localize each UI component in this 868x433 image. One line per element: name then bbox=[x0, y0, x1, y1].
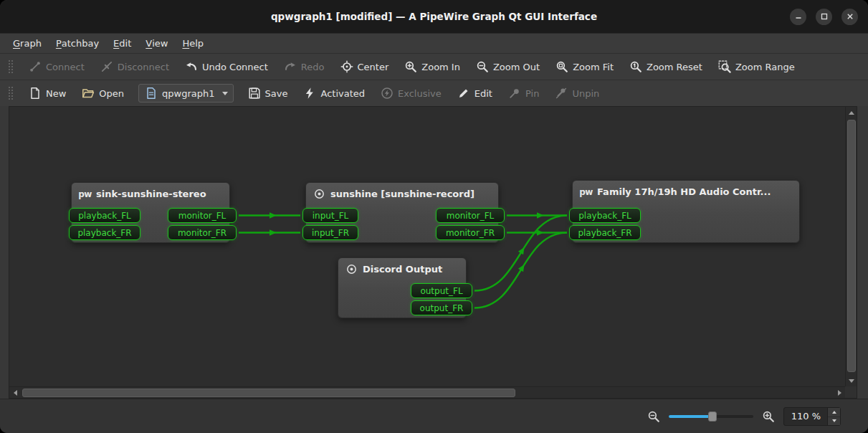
graph-canvas[interactable]: pwsink-sunshine-stereoplayback_FLplaybac… bbox=[9, 106, 857, 399]
disconnect-button[interactable]: Disconnect bbox=[93, 57, 176, 77]
patchbay-select-value: qpwgraph1 bbox=[162, 88, 214, 99]
redo-icon bbox=[284, 60, 297, 73]
zoom-out-button[interactable]: Zoom Out bbox=[469, 57, 547, 77]
pin-button[interactable]: Pin bbox=[501, 83, 546, 103]
pin-icon bbox=[508, 87, 521, 100]
port-sunshine-monitor_FL[interactable]: monitor_FL bbox=[436, 208, 505, 223]
wire-arrow-icon bbox=[518, 246, 527, 254]
titlebar[interactable]: qpwgraph1 [modified] — A PipeWire Graph … bbox=[0, 0, 868, 33]
zoom-range-icon bbox=[718, 60, 731, 73]
zoom-out-icon[interactable] bbox=[647, 410, 660, 423]
port-sink-monitor_FR[interactable]: monitor_FR bbox=[168, 225, 237, 240]
undo-connect-button[interactable]: Undo Connect bbox=[178, 57, 275, 77]
wire-arrow-icon bbox=[518, 263, 527, 272]
toolbar-main: ConnectDisconnectUndo ConnectRedoCenterZ… bbox=[0, 53, 868, 80]
activated-icon bbox=[303, 87, 316, 100]
toolbar-label: Zoom Out bbox=[493, 62, 540, 72]
zoom-in-icon[interactable] bbox=[762, 410, 775, 423]
connection-wires bbox=[9, 107, 845, 386]
toolbar-label: Unpin bbox=[572, 88, 599, 99]
pipewire-icon: pw bbox=[580, 186, 592, 198]
media-node-icon bbox=[313, 188, 325, 200]
zoom-reset-button[interactable]: Zoom Reset bbox=[622, 57, 710, 77]
graph-viewport[interactable]: pwsink-sunshine-stereoplayback_FLplaybac… bbox=[9, 107, 845, 386]
statusbar: 110 % bbox=[0, 399, 868, 433]
scroll-right-icon[interactable] bbox=[834, 387, 845, 399]
menu-view[interactable]: View bbox=[138, 34, 175, 53]
port-sunshine-input_FR[interactable]: input_FR bbox=[302, 225, 358, 240]
toolbar-label: Disconnect bbox=[118, 62, 169, 72]
port-sink-monitor_FL[interactable]: monitor_FL bbox=[168, 208, 237, 223]
connect-button[interactable]: Connect bbox=[22, 57, 92, 77]
open-button[interactable]: Open bbox=[75, 83, 131, 103]
port-sink-playback_FR[interactable]: playback_FR bbox=[69, 225, 140, 240]
menu-graph[interactable]: Graph bbox=[6, 34, 49, 53]
zoom-fit-icon bbox=[555, 60, 568, 73]
port-sink-playback_FL[interactable]: playback_FL bbox=[69, 208, 140, 223]
zoom-fit-button[interactable]: Zoom Fit bbox=[548, 57, 621, 77]
close-button[interactable] bbox=[841, 9, 858, 25]
zoom-range-button[interactable]: Zoom Range bbox=[711, 57, 802, 77]
node-title: Discord Output bbox=[363, 264, 442, 275]
toolbar-file: NewOpenqpwgraph1SaveActivatedExclusiveEd… bbox=[0, 80, 868, 106]
edit-button[interactable]: Edit bbox=[450, 83, 500, 103]
unpin-button[interactable]: Unpin bbox=[548, 83, 606, 103]
port-discord-output_FL[interactable]: output_FL bbox=[411, 283, 472, 298]
exclusive-button[interactable]: Exclusive bbox=[373, 83, 449, 103]
scroll-left-icon[interactable] bbox=[9, 387, 21, 399]
disconnect-icon bbox=[100, 60, 113, 73]
vertical-scrollbar-handle[interactable] bbox=[847, 120, 856, 372]
spin-down-button[interactable] bbox=[828, 417, 840, 425]
wire-discord-output_FR-to-family-playback_FR[interactable] bbox=[474, 233, 567, 308]
scroll-down-icon[interactable] bbox=[846, 375, 857, 386]
center-button[interactable]: Center bbox=[333, 57, 396, 77]
center-icon bbox=[340, 60, 353, 73]
toolbar-label: New bbox=[46, 88, 66, 99]
scroll-up-icon[interactable] bbox=[846, 107, 857, 118]
wire-arrow-icon bbox=[270, 229, 277, 235]
zoom-in-button[interactable]: Zoom In bbox=[397, 57, 467, 77]
toolbar-label: Connect bbox=[46, 62, 85, 72]
port-family-playback_FL[interactable]: playback_FL bbox=[569, 208, 641, 223]
toolbar-drag-handle[interactable] bbox=[8, 86, 14, 100]
menu-edit[interactable]: Edit bbox=[106, 34, 138, 53]
spin-up-button[interactable] bbox=[828, 408, 840, 417]
minimize-button[interactable] bbox=[790, 9, 806, 25]
window-title: qpwgraph1 [modified] — A PipeWire Graph … bbox=[271, 11, 597, 22]
activated-button[interactable]: Activated bbox=[296, 83, 372, 103]
node-header[interactable]: pwsink-sunshine-stereo bbox=[72, 183, 229, 205]
undo-icon bbox=[185, 60, 198, 73]
patchbay-file-icon bbox=[145, 87, 158, 100]
zoom-slider-handle[interactable] bbox=[708, 411, 717, 422]
vertical-scrollbar[interactable] bbox=[845, 107, 857, 386]
port-discord-output_FR[interactable]: output_FR bbox=[411, 300, 472, 315]
port-sunshine-input_FL[interactable]: input_FL bbox=[302, 208, 358, 223]
toolbar-label: Zoom Reset bbox=[647, 62, 702, 72]
maximize-button[interactable] bbox=[816, 9, 832, 25]
toolbar-drag-handle[interactable] bbox=[8, 60, 14, 74]
unpin-icon bbox=[555, 87, 568, 100]
menu-patchbay[interactable]: Patchbay bbox=[49, 34, 106, 53]
redo-button[interactable]: Redo bbox=[277, 57, 332, 77]
node-title: sunshine [sunshine-record] bbox=[330, 189, 474, 199]
new-button[interactable]: New bbox=[22, 83, 73, 103]
patchbay-select[interactable]: qpwgraph1 bbox=[138, 84, 233, 103]
save-icon bbox=[248, 87, 261, 100]
horizontal-scrollbar[interactable] bbox=[9, 386, 845, 398]
horizontal-scrollbar-handle[interactable] bbox=[22, 389, 515, 397]
zoom-out-icon bbox=[476, 60, 489, 73]
zoom-slider[interactable] bbox=[669, 410, 753, 423]
app-window: qpwgraph1 [modified] — A PipeWire Graph … bbox=[0, 0, 868, 433]
node-header[interactable]: sunshine [sunshine-record] bbox=[306, 183, 498, 205]
node-header[interactable]: Discord Output bbox=[338, 258, 466, 280]
port-sunshine-monitor_FR[interactable]: monitor_FR bbox=[436, 225, 505, 240]
port-family-playback_FR[interactable]: playback_FR bbox=[569, 225, 641, 240]
zoom-spinbox[interactable]: 110 % bbox=[783, 407, 841, 426]
node-header[interactable]: pwFamily 17h/19h HD Audio Contr... bbox=[573, 181, 799, 203]
toolbar-label: Exclusive bbox=[398, 88, 442, 99]
menu-help[interactable]: Help bbox=[175, 34, 211, 53]
chevron-down-icon bbox=[222, 92, 228, 95]
open-folder-icon bbox=[82, 87, 95, 100]
zoom-in-icon bbox=[404, 60, 417, 73]
save-button[interactable]: Save bbox=[241, 83, 295, 103]
